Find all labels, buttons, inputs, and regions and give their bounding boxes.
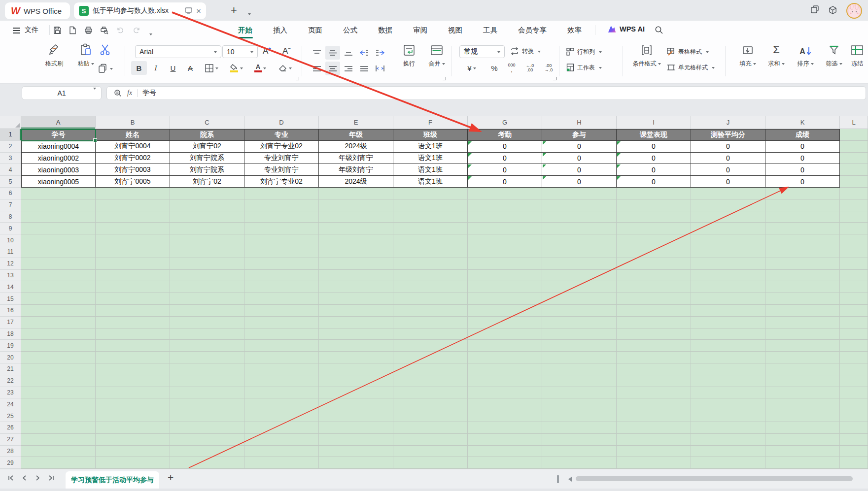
cell-G18[interactable] [468,328,542,340]
cell-K25[interactable] [765,410,840,422]
cell-F7[interactable] [393,199,468,211]
cell-E27[interactable] [319,434,393,446]
decrease-decimal-button[interactable]: ←.0.00 [521,61,538,75]
cell-A29[interactable] [21,457,96,469]
cell-K18[interactable] [765,328,840,340]
ribbon-tab-视图[interactable]: 视图 [438,21,473,39]
cell-B13[interactable] [96,270,170,282]
cell-L2[interactable] [840,141,868,153]
cell-C13[interactable] [170,270,244,282]
align-bottom-button[interactable] [341,46,356,60]
row-header-5[interactable]: 5 [0,176,21,188]
cell-I20[interactable] [617,352,691,363]
cell-F20[interactable] [393,352,468,363]
cell-K26[interactable] [765,422,840,434]
row-header-2[interactable]: 2 [0,141,21,153]
cell-L24[interactable] [840,398,868,410]
cell-C17[interactable] [170,317,244,328]
ribbon-tab-会员专享[interactable]: 会员专享 [508,21,557,39]
cell-J17[interactable] [691,317,765,328]
row-header-4[interactable]: 4 [0,164,21,176]
cell-I15[interactable] [617,293,691,305]
align-right-button[interactable] [341,62,356,75]
cell-A8[interactable] [21,211,96,223]
cell-C8[interactable] [170,211,244,223]
cell-G24[interactable] [468,398,542,410]
cell-F12[interactable] [393,258,468,270]
cell-A7[interactable] [21,199,96,211]
cell-K22[interactable] [765,375,840,387]
cell-D11[interactable] [244,246,319,258]
fx-icon[interactable]: fx [127,89,132,97]
worksheet-button[interactable]: 工作表 [566,61,602,74]
cell-G7[interactable] [468,199,542,211]
cell-I17[interactable] [617,317,691,328]
cell-K7[interactable] [765,199,840,211]
cell-E25[interactable] [319,410,393,422]
cell-G1[interactable]: 考勤 [468,129,542,141]
cell-L6[interactable] [840,188,868,199]
cell-B6[interactable] [96,188,170,199]
close-tab-icon[interactable]: × [196,7,201,15]
row-header-15[interactable]: 15 [0,293,21,305]
document-tab[interactable]: S 低于平均参与数人数.xlsx × [74,2,206,19]
cell-F16[interactable] [393,305,468,317]
cell-D6[interactable] [244,188,319,199]
cell-I5[interactable]: 0 [617,176,691,188]
row-header-3[interactable]: 3 [0,153,21,164]
user-avatar[interactable] [846,3,862,19]
decrease-indent-button[interactable] [357,46,372,60]
cell-L8[interactable] [840,211,868,223]
cell-D19[interactable] [244,340,319,352]
hamburger-menu-icon[interactable] [13,28,20,29]
cell-J21[interactable] [691,363,765,375]
cell-C6[interactable] [170,188,244,199]
cell-H6[interactable] [542,188,617,199]
cell-I13[interactable] [617,270,691,282]
cell-C10[interactable] [170,234,244,246]
ribbon-tab-页面[interactable]: 页面 [298,21,333,39]
cell-E22[interactable] [319,375,393,387]
freeze-button[interactable]: 冻结 [842,39,868,68]
row-header-17[interactable]: 17 [0,317,21,328]
cell-C1[interactable]: 院系 [170,129,244,141]
cell-H23[interactable] [542,387,617,399]
cell-D17[interactable] [244,317,319,328]
cell-A24[interactable] [21,398,96,410]
cell-C15[interactable] [170,293,244,305]
cell-I4[interactable]: 0 [617,164,691,176]
row-header-9[interactable]: 9 [0,223,21,234]
first-sheet-icon[interactable] [8,474,14,483]
cell-L20[interactable] [840,352,868,363]
ribbon-tab-公式[interactable]: 公式 [333,21,368,39]
cell-A22[interactable] [21,375,96,387]
cell-I11[interactable] [617,246,691,258]
cell-B11[interactable] [96,246,170,258]
cell-F26[interactable] [393,422,468,434]
cell-G8[interactable] [468,211,542,223]
cell-G16[interactable] [468,305,542,317]
cell-I7[interactable] [617,199,691,211]
merge-cells-button[interactable]: 合并 [423,39,451,68]
cell-A9[interactable] [21,223,96,234]
float-window-icon[interactable] [185,7,192,15]
cell-K21[interactable] [765,363,840,375]
cell-B20[interactable] [96,352,170,363]
cell-I18[interactable] [617,328,691,340]
align-left-button[interactable] [310,62,324,75]
last-sheet-icon[interactable] [48,474,54,483]
cell-K6[interactable] [765,188,840,199]
cell-B8[interactable] [96,211,170,223]
cell-J27[interactable] [691,434,765,446]
cell-H14[interactable] [542,281,617,293]
cell-K20[interactable] [765,352,840,363]
cell-C16[interactable] [170,305,244,317]
cell-J11[interactable] [691,246,765,258]
cell-B9[interactable] [96,223,170,234]
cell-I9[interactable] [617,223,691,234]
cell-E21[interactable] [319,363,393,375]
cell-E19[interactable] [319,340,393,352]
cell-B18[interactable] [96,328,170,340]
currency-format-button[interactable]: ¥ [462,61,481,75]
cell-E23[interactable] [319,387,393,399]
